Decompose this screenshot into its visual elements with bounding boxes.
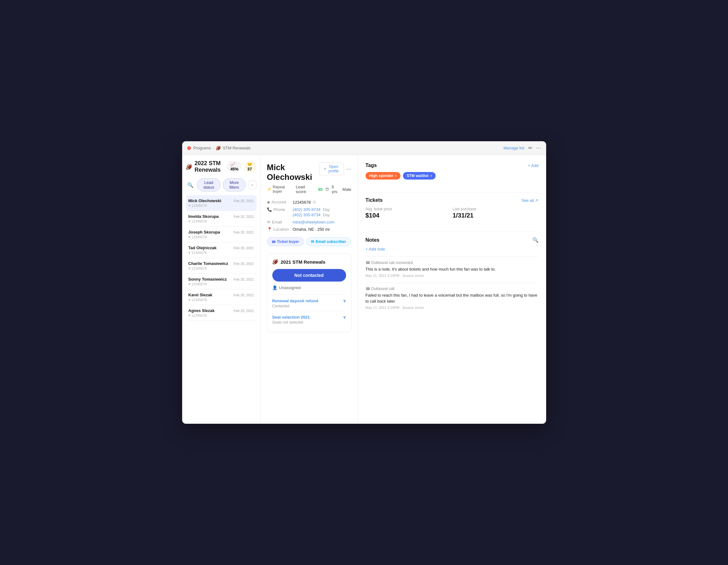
lead-score-value: 95 xyxy=(318,187,323,192)
note-2-type: ☎ Outbound call xyxy=(366,286,539,291)
contact-list-item[interactable]: Mick Olechowski Feb 20, 2021 12345678 xyxy=(186,195,257,211)
external-link-icon: ↗ xyxy=(323,167,326,171)
search-button[interactable]: 🔍 xyxy=(186,181,195,189)
gender-value: Male xyxy=(342,187,351,192)
profile-header: Mick Olechowski ↗ Open profile ⋯ xyxy=(267,163,351,182)
close-icon[interactable] xyxy=(187,146,191,150)
contact-list-item[interactable]: Agnes Slezak Feb 20, 2021 12345678 xyxy=(186,305,257,321)
contact-date: Feb 20, 2021 xyxy=(234,199,254,203)
app-name: STM Renewals xyxy=(223,146,250,150)
contact-id: 12345678 xyxy=(188,204,254,208)
copy-icon[interactable]: ⎘ xyxy=(313,200,316,205)
renewal-section-2-title[interactable]: Seat selection 2021 ∨ xyxy=(272,315,346,319)
manage-list-button[interactable]: Manage list xyxy=(503,146,524,150)
last-purchase-stat: Last purchase 1/31/21 xyxy=(453,207,539,219)
open-profile-button[interactable]: ↗ Open profile xyxy=(319,163,344,175)
divider-2 xyxy=(366,232,539,232)
programs-label: Programs xyxy=(193,146,211,150)
profile-meta: ⚡ Repeat buyer Lead score: 95 ⏱ 6 yrs Ma… xyxy=(267,185,351,194)
notes-section: Notes 🔍 + Add note ☎ Outbound call conne… xyxy=(366,237,539,416)
unassigned-row: 👤 Unassigned xyxy=(272,285,346,290)
profile-name: Mick Olechowski xyxy=(267,163,319,182)
note-1-type: ☎ Outbound call connected xyxy=(366,261,539,265)
repeat-buyer-badge: ⚡ Repeat buyer xyxy=(267,185,293,194)
renewal-section-1-status: Contacted xyxy=(272,304,346,308)
contact-id: 12345678 xyxy=(188,282,254,286)
email-badge-icon: ✉ xyxy=(311,240,314,244)
profile-more-icon[interactable]: ⋯ xyxy=(346,166,351,172)
lead-score-label: Lead score: xyxy=(296,185,316,194)
dot-icon xyxy=(188,299,190,301)
tickets-section: Tickets See all ↗ Avg. ticket price $104… xyxy=(366,198,539,219)
titlebar-left: Programs · 🏈 STM Renewals xyxy=(187,146,251,150)
last-purchase-label: Last purchase xyxy=(453,207,539,211)
phone-label: 📞 Phone xyxy=(267,207,289,212)
contact-date: Feb 20, 2021 xyxy=(234,262,254,266)
chevron-icon: ∨ xyxy=(343,298,346,303)
repeat-icon: ⚡ xyxy=(267,187,272,192)
app-window: Programs · 🏈 STM Renewals Manage list ✏ … xyxy=(182,141,546,424)
avg-ticket-label: Avg. ticket price xyxy=(366,207,452,211)
avg-ticket-value: $104 xyxy=(366,212,452,219)
person-icon: 👤 xyxy=(272,285,277,290)
contact-list-item[interactable]: Charlie Tomasiewicz Feb 20, 2021 1234567… xyxy=(186,258,257,274)
phone-block: (402) 305-8734 Day (402) 305-8734 Day xyxy=(293,207,351,217)
phone1: (402) 305-8734 Day xyxy=(293,207,351,212)
lead-status-filter[interactable]: Lead status xyxy=(197,178,220,192)
renewal-section-1-title[interactable]: Renewal deposit refund ∨ xyxy=(272,298,346,303)
note-2-meta: May 17, 2021 3:10PM · Jessica Jones xyxy=(366,306,539,309)
add-tag-button[interactable]: + Add xyxy=(528,163,539,168)
remove-stm-waitlist-button[interactable]: × xyxy=(430,174,432,178)
dot-icon xyxy=(188,220,190,222)
contact-name: Tad Olejniczak xyxy=(188,246,217,250)
unassigned-label: Unassigned xyxy=(279,285,301,290)
stm-waitlist-tag: STM waitlist × xyxy=(403,172,436,180)
contact-list-item[interactable]: Joseph Skorupa Feb 20, 2021 12345678 xyxy=(186,227,257,242)
contact-date: Feb 20, 2021 xyxy=(234,293,254,297)
contact-list-item[interactable]: Karel Slezak Feb 20, 2021 12345678 xyxy=(186,289,257,305)
contact-date: Feb 20, 2021 xyxy=(234,246,254,250)
renewal-card-header: 🏈 2021 STM Renewals xyxy=(272,259,346,265)
more-filters-button[interactable]: More filters xyxy=(223,178,246,192)
contact-id: 12345678 xyxy=(188,235,254,239)
emoji-icon: 🏈 xyxy=(216,146,221,150)
email-label: ✉ Email xyxy=(267,220,289,225)
dot-icon xyxy=(188,236,190,238)
dot-icon xyxy=(188,314,190,316)
phone1-type: Day xyxy=(323,208,329,212)
note-1: ☎ Outbound call connected This is a note… xyxy=(366,257,539,278)
dot-icon xyxy=(188,205,190,207)
contact-list-item[interactable]: Sonny Tomasiewicz Feb 20, 2021 12345678 xyxy=(186,274,257,289)
edit-icon[interactable]: ✏ xyxy=(528,145,532,151)
chart-badge-text: 📈 45% xyxy=(230,162,238,171)
location-value: Omaha, NE · 250 mi xyxy=(293,227,351,232)
tags-title: Tags xyxy=(366,163,377,168)
phone2-type: Day xyxy=(323,213,329,217)
account-label: ◆ Account xyxy=(267,200,289,204)
notes-header: Notes 🔍 xyxy=(366,237,539,243)
chevron-icon-2: ∨ xyxy=(343,315,346,319)
location-label: 📍 Location xyxy=(267,227,289,232)
not-contacted-button[interactable]: Not contacted xyxy=(272,269,346,282)
contact-date: Feb 20, 2021 xyxy=(234,231,254,234)
phone-icon: 📞 xyxy=(267,207,272,212)
contact-list: Mick Olechowski Feb 20, 2021 12345678 Im… xyxy=(186,195,257,420)
tickets-grid: Avg. ticket price $104 Last purchase 1/3… xyxy=(366,207,539,219)
last-purchase-value: 1/31/21 xyxy=(453,212,539,219)
contact-name: Karel Slezak xyxy=(188,292,213,297)
middle-panel: Mick Olechowski ↗ Open profile ⋯ ⚡ Repea… xyxy=(261,155,358,424)
add-note-row[interactable]: + Add note xyxy=(366,247,539,252)
notes-search-button[interactable]: 🔍 xyxy=(532,237,539,243)
breadcrumb-separator: · xyxy=(213,146,214,150)
more-options-icon[interactable]: ⋯ xyxy=(536,145,541,151)
contact-name: Sonny Tomasiewicz xyxy=(188,277,227,282)
account-icon: ◆ xyxy=(267,200,270,204)
collapse-button[interactable]: ‹ xyxy=(248,181,257,189)
contact-list-item[interactable]: Tad Olejniczak Feb 20, 2021 12345678 xyxy=(186,242,257,258)
see-all-button[interactable]: See all ↗ xyxy=(521,198,538,203)
remove-high-spender-button[interactable]: × xyxy=(395,174,397,178)
renewal-card: 🏈 2021 STM Renewals Not contacted 👤 Unas… xyxy=(267,254,351,332)
contact-id: 12345678 xyxy=(188,298,254,301)
contact-list-item[interactable]: Imelda Skorupa Feb 20, 2021 12345678 xyxy=(186,211,257,227)
contact-date: Feb 20, 2021 xyxy=(234,215,254,219)
